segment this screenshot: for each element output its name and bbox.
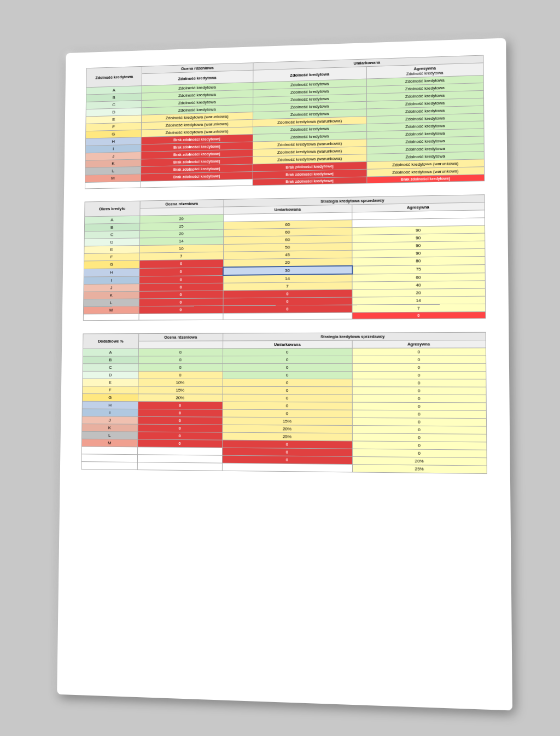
cell-val: 0 — [138, 409, 223, 417]
cell-val: 0 — [353, 433, 487, 442]
cell-val: 0 — [223, 409, 353, 418]
row-label: G — [82, 393, 138, 401]
row-label: I — [84, 276, 139, 284]
cell-val: 0 — [353, 379, 486, 387]
cell-val: 0 — [353, 356, 486, 363]
row-label: L — [85, 166, 141, 175]
cell-val: 20% — [138, 393, 223, 401]
cell-val: 0 — [353, 371, 486, 379]
row-label: F — [84, 253, 139, 261]
cell-val: 0 — [352, 311, 485, 318]
row-label — [81, 454, 137, 462]
sub-header-2 — [138, 340, 223, 348]
cell-val — [137, 462, 223, 471]
section-1: Zdolność kredytowa Ocena rdzeniowa Umiar… — [85, 55, 485, 189]
cell-val: 0 — [223, 386, 353, 395]
cell-val: 0 — [353, 425, 487, 434]
table-row: F 15% 0 0 — [83, 386, 487, 395]
cell-val — [222, 463, 353, 472]
table-row: D 0 0 0 — [83, 371, 486, 379]
cell-val: 14 — [139, 236, 224, 245]
cell-val: 0 — [353, 441, 487, 449]
cell-val: 0 — [223, 379, 353, 386]
cell-val: 0 — [138, 424, 223, 432]
cell-val: 0 — [138, 401, 223, 409]
cell-val-selected[interactable]: 30 — [223, 265, 352, 275]
row-label: H — [82, 401, 138, 409]
row-label: K — [84, 291, 139, 299]
cell-val: 0 — [139, 283, 223, 291]
page-container: Zdolność kredytowa Ocena rdzeniowa Umiar… — [57, 38, 512, 710]
row-label: J — [82, 416, 138, 424]
cell-val: 0 — [353, 347, 486, 356]
cell-val: 0 — [138, 371, 223, 379]
col-header-2: Ocena rdzeniowa — [138, 333, 223, 341]
cell-val: 40 — [352, 280, 485, 289]
row-label: L — [84, 299, 139, 306]
sub-header-3: Umiarkowana — [223, 340, 353, 349]
row-label: C — [83, 363, 138, 371]
cell-val: 0 — [223, 371, 352, 379]
cell-val: 15% — [223, 417, 353, 425]
cell-val: 0 — [138, 348, 223, 356]
cell-val: 20% — [223, 425, 353, 433]
cell-val: 20 — [352, 288, 485, 297]
cell-val: 0 — [353, 410, 487, 418]
section-2: Okres kredytu Ocena rdzeniowa Strategia … — [83, 194, 486, 321]
row-label: K — [82, 424, 138, 431]
row-label: H — [84, 268, 139, 276]
cell-val: 7 — [139, 252, 224, 260]
cell-val: 0 — [139, 305, 223, 314]
cell-val: 0 — [139, 259, 224, 268]
cell-val: 10% — [138, 379, 223, 386]
cell-val: 0 — [223, 363, 352, 371]
cell-val — [137, 454, 222, 462]
cell-val: 0 — [139, 298, 223, 306]
col-header-3: Strategia kredytowa sprzedawcy — [223, 332, 486, 341]
table-row: C 0 0 0 — [83, 363, 486, 371]
row-label: J — [84, 283, 139, 292]
cell-val: 0 — [223, 402, 353, 410]
row-label: C — [84, 230, 139, 239]
row-label: A — [85, 216, 140, 224]
cell-val: 0 — [353, 394, 487, 402]
row-label: E — [83, 379, 138, 386]
cell-val: 10 — [139, 244, 224, 253]
row-label: D — [84, 237, 139, 246]
row-label: E — [84, 245, 139, 253]
row-label: I — [82, 409, 138, 416]
cell-val: 0 — [138, 416, 223, 425]
row-label: M — [85, 173, 141, 182]
cell-val: 0 — [353, 386, 486, 395]
table-dodatkowe: Dodatkowe % Ocena rdzeniowa Strategia kr… — [81, 332, 487, 473]
cell-val: 20 — [139, 229, 224, 238]
cell-val: 14 — [352, 296, 485, 305]
row-label: A — [83, 349, 138, 356]
col-header-1: Zdolność kredytowa — [86, 66, 142, 87]
cell-val: 0 — [353, 418, 487, 426]
cell-val: 0 — [223, 297, 353, 306]
cell-val: 0 — [137, 432, 222, 440]
cell-val: 0 — [223, 348, 352, 356]
cell-val: 0 — [353, 363, 486, 371]
cell-val: 7 — [223, 282, 352, 291]
cell-val: 0 — [139, 291, 223, 299]
row-label — [85, 181, 141, 189]
cell-val: 0 — [138, 363, 223, 371]
table-zdolnosc: Zdolność kredytowa Ocena rdzeniowa Umiar… — [85, 55, 485, 189]
col-header-1: Dodatkowe % — [83, 333, 139, 349]
cell-val: 60 — [352, 273, 485, 282]
row-label: B — [84, 223, 139, 231]
cell-val: 0 — [139, 275, 223, 283]
cell-val: 0 — [139, 267, 223, 276]
cell-val: 0 — [353, 449, 487, 458]
col-header-1: Okres kredytu — [85, 201, 140, 217]
cell-val: 0 — [223, 440, 353, 449]
row-label — [83, 314, 138, 320]
row-label — [81, 446, 137, 454]
cell-val: 0 — [138, 356, 223, 363]
row-label: G — [84, 260, 139, 268]
row-label: M — [83, 306, 138, 314]
row-label: M — [81, 439, 137, 447]
cell-val: 0 — [353, 402, 487, 410]
